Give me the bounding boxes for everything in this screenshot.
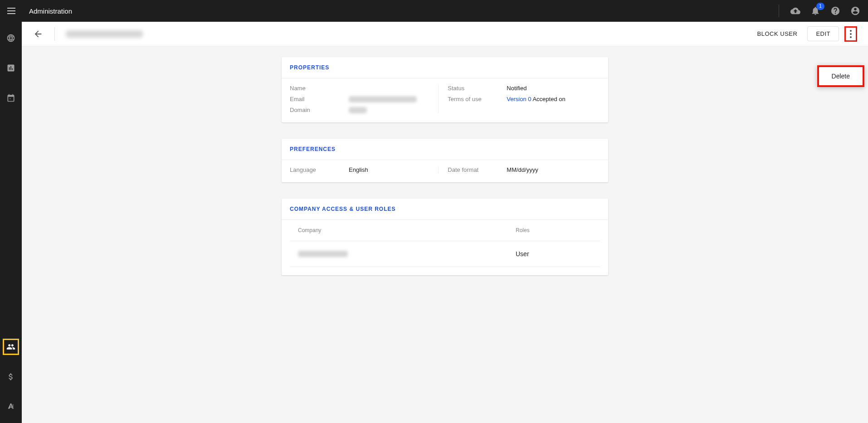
role-cell: User	[516, 250, 529, 258]
subheader: BLOCK USER EDIT	[22, 22, 868, 46]
domain-value	[349, 107, 367, 113]
properties-card: PROPERTIES Name Email	[282, 57, 608, 122]
email-label: Email	[290, 96, 349, 102]
roles-header: COMPANY ACCESS & USER ROLES	[282, 199, 608, 220]
status-value: Notified	[507, 85, 527, 92]
sidebar-dollar-icon[interactable]	[3, 369, 19, 385]
email-value	[349, 96, 417, 102]
breadcrumb-user	[66, 30, 143, 38]
roles-table-header: Company Roles	[290, 220, 600, 241]
sidebar-analytics-icon[interactable]	[3, 60, 19, 76]
topbar: Administration 1	[0, 0, 868, 22]
delete-menu-item[interactable]: Delete	[819, 67, 863, 85]
divider	[54, 27, 55, 41]
sidebar	[0, 22, 22, 423]
date-format-label: Date format	[448, 166, 507, 173]
preferences-header: PREFERENCES	[282, 139, 608, 160]
roles-column-header: Roles	[516, 227, 530, 233]
status-label: Status	[448, 85, 507, 92]
main-content: BLOCK USER EDIT Delete PROPERTIES Name	[22, 22, 868, 423]
bell-icon[interactable]: 1	[810, 5, 821, 16]
hamburger-menu-icon[interactable]	[7, 5, 18, 16]
sidebar-globe-icon[interactable]	[3, 30, 19, 46]
domain-label: Domain	[290, 107, 349, 113]
notification-badge: 1	[816, 3, 824, 10]
help-icon[interactable]	[830, 5, 841, 16]
topbar-actions: 1	[779, 5, 861, 17]
name-label: Name	[290, 85, 349, 92]
roles-card: COMPANY ACCESS & USER ROLES Company Role…	[282, 199, 608, 275]
edit-button[interactable]: EDIT	[807, 26, 839, 41]
svg-rect-0	[13, 404, 14, 409]
more-options-button[interactable]	[844, 26, 857, 42]
language-label: Language	[290, 166, 349, 173]
detail-content: PROPERTIES Name Email	[22, 46, 868, 423]
terms-label: Terms of use	[448, 96, 507, 102]
sidebar-text-icon[interactable]	[3, 399, 19, 415]
context-menu: Delete	[817, 65, 864, 87]
properties-header: PROPERTIES	[282, 57, 608, 78]
more-vert-icon	[850, 30, 852, 38]
page-title: Administration	[29, 7, 72, 15]
table-row: User	[290, 241, 600, 267]
company-cell	[298, 251, 516, 257]
back-arrow-icon[interactable]	[33, 29, 44, 39]
terms-value: Version 0 Accepted on	[507, 96, 565, 102]
date-format-value: MM/dd/yyyy	[507, 166, 538, 173]
block-user-button[interactable]: BLOCK USER	[751, 27, 804, 41]
company-column-header: Company	[298, 227, 516, 233]
preferences-card: PREFERENCES Language English Date format	[282, 139, 608, 182]
sidebar-users-icon[interactable]	[3, 339, 19, 355]
cloud-upload-icon[interactable]	[790, 5, 801, 16]
account-icon[interactable]	[850, 5, 861, 16]
sidebar-calendar-icon[interactable]	[3, 90, 19, 106]
language-value: English	[349, 166, 368, 173]
divider	[779, 5, 779, 17]
